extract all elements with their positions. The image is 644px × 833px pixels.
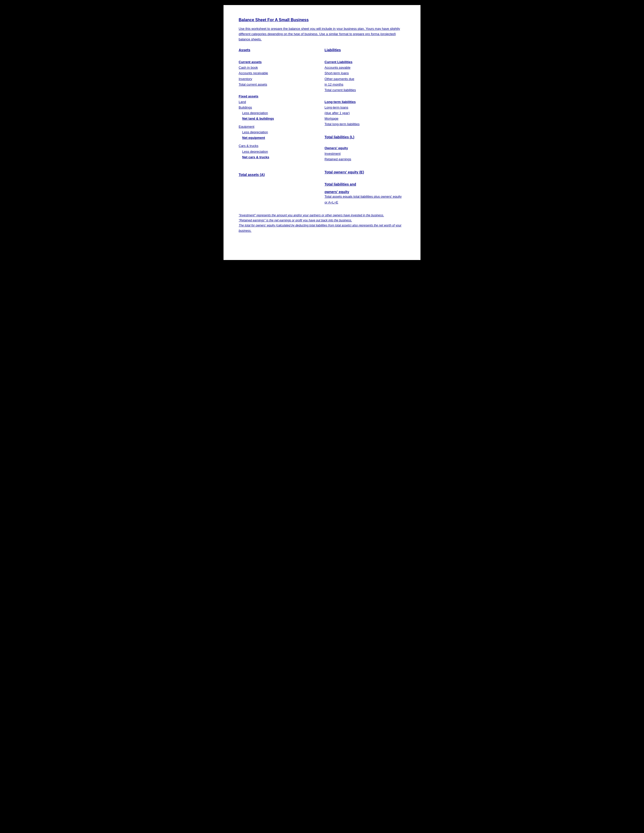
less-dep-equipment: Less depreciation: [239, 130, 319, 135]
net-land-buildings: Net land & buildings: [239, 116, 319, 121]
inventory: Inventory: [239, 76, 319, 82]
short-term-loans: Short-term loans: [325, 71, 405, 76]
net-equipment: Net equipment: [239, 135, 319, 141]
total-liabilities-equity-header1: Total liabilities and: [325, 182, 405, 186]
land: Land: [239, 99, 319, 105]
liabilities-column: Liabilities Current Liabilities Accounts…: [325, 48, 405, 205]
accounts-payable: Accounts payable: [325, 65, 405, 71]
mortgage: Mortgage: [325, 116, 405, 121]
total-owners-equity: Total owners' equity (E): [325, 170, 405, 174]
total-current-assets: Total current assets: [239, 82, 319, 87]
total-liabilities-equity-desc: Total assets equals total liabilities pl…: [325, 194, 405, 205]
assets-column: Assets Current assets Cash in book Accou…: [239, 48, 319, 205]
page-title: Balance Sheet For A Small Business: [239, 18, 405, 22]
in-12-months: in 12 months: [325, 82, 405, 87]
total-long-term-liabilities: Total long-term liabilities: [325, 121, 405, 127]
assets-header: Assets: [239, 48, 319, 52]
main-content: Assets Current assets Cash in book Accou…: [239, 48, 405, 205]
footnote-1: "Investment" represents the amount you a…: [239, 213, 405, 218]
due-after-1-year: (due after 1 year): [325, 110, 405, 116]
buildings: Buildings: [239, 105, 319, 110]
owners-equity-header: Owners' equity: [325, 146, 405, 150]
less-dep-cars: Less depreciation: [239, 149, 319, 154]
liabilities-header: Liabilities: [325, 48, 405, 52]
investment: Investment: [325, 151, 405, 156]
accounts-receivable: Accounts receivable: [239, 71, 319, 76]
footnote-2: "Retained earnings" is the net earnings …: [239, 218, 405, 223]
current-assets-header: Current assets: [239, 60, 319, 64]
cars-header: Cars & trucks: [239, 143, 319, 149]
footnotes: "Investment" represents the amount you a…: [239, 213, 405, 233]
current-liabilities-header: Current Liabilities: [325, 60, 405, 64]
cash-in-book: Cash in book: [239, 65, 319, 71]
equipment-header: Equipment: [239, 124, 319, 130]
page: Balance Sheet For A Small Business Use t…: [224, 5, 420, 260]
footnote-3: The total for owners' equity (calculated…: [239, 223, 405, 233]
net-cars: Net cars & trucks: [239, 154, 319, 160]
less-dep-buildings: Less depreciation: [239, 110, 319, 116]
long-term-liabilities-header: Long-term liabilities: [325, 100, 405, 104]
total-liabilities: Total liabilities (L): [325, 135, 405, 139]
fixed-assets-header: Fixed assets: [239, 95, 319, 98]
total-current-liabilities: Total current liabilities: [325, 87, 405, 93]
intro-text: Use this worksheet to prepare the balanc…: [239, 26, 405, 42]
other-payments-due: Other payments due: [325, 76, 405, 82]
total-liabilities-equity-header2: owners' equity: [325, 190, 405, 194]
long-term-loans: Long-term loans: [325, 105, 405, 110]
total-assets: Total assets (A): [239, 173, 319, 177]
retained-earnings: Retained earnings: [325, 156, 405, 162]
